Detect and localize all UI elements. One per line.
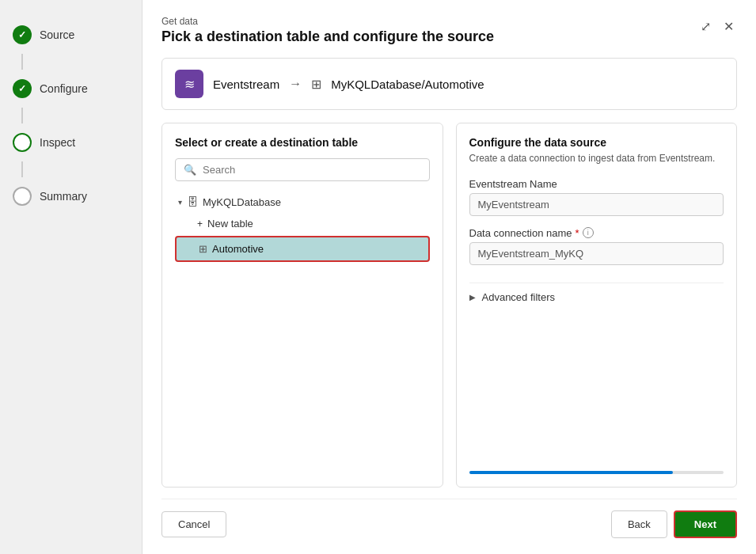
plus-icon: + bbox=[197, 218, 203, 230]
expand-button[interactable]: ⤢ bbox=[697, 16, 714, 37]
destination-name: MyKQLDatabase/Automotive bbox=[331, 78, 484, 91]
step-circle-inspect bbox=[13, 133, 32, 152]
eventstream-name-field: Eventstream Name bbox=[469, 178, 724, 216]
search-box: 🔍 bbox=[175, 158, 430, 181]
destination-table-icon: ⊞ bbox=[311, 77, 321, 92]
right-panel: Configure the data source Create a data … bbox=[456, 123, 738, 488]
dialog-title: Pick a destination table and configure t… bbox=[161, 28, 494, 45]
right-panel-description: Create a data connection to ingest data … bbox=[469, 152, 724, 165]
sidebar-label-inspect: Inspect bbox=[40, 136, 75, 149]
sidebar-label-configure: Configure bbox=[40, 82, 88, 95]
data-connection-name-input[interactable] bbox=[469, 242, 724, 265]
left-panel: Select or create a destination table 🔍 ▾… bbox=[161, 123, 443, 488]
step-circle-source: ✓ bbox=[13, 25, 32, 44]
cancel-button[interactable]: Cancel bbox=[161, 511, 226, 537]
data-connection-name-field: Data connection name * i bbox=[469, 227, 724, 265]
tree-section: ▾ 🗄 MyKQLDatabase + New table ⊞ Automoti… bbox=[175, 191, 430, 474]
new-table-row[interactable]: + New table bbox=[175, 213, 430, 234]
close-button[interactable]: ✕ bbox=[720, 16, 737, 37]
required-indicator: * bbox=[576, 227, 579, 239]
footer-right: Back Next bbox=[611, 510, 737, 538]
panels: Select or create a destination table 🔍 ▾… bbox=[161, 123, 737, 488]
automotive-table-row[interactable]: ⊞ Automotive bbox=[175, 236, 430, 262]
step-circle-configure: ✓ bbox=[13, 79, 32, 98]
back-button[interactable]: Back bbox=[611, 510, 667, 538]
footer: Cancel Back Next bbox=[161, 499, 737, 538]
sidebar-label-source: Source bbox=[40, 28, 74, 41]
data-connection-name-label: Data connection name * i bbox=[469, 227, 724, 239]
advanced-filters-row[interactable]: ▶ Advanced filters bbox=[469, 283, 724, 311]
sidebar: ✓ Source ✓ Configure Inspect Summary bbox=[0, 0, 142, 554]
sidebar-item-configure[interactable]: ✓ Configure bbox=[0, 70, 142, 108]
next-button[interactable]: Next bbox=[674, 510, 737, 538]
step-connector-3 bbox=[21, 161, 23, 177]
main-content: Get data Pick a destination table and co… bbox=[142, 0, 756, 554]
table-grid-icon: ⊞ bbox=[199, 243, 207, 255]
step-circle-summary bbox=[13, 187, 32, 206]
sidebar-item-summary[interactable]: Summary bbox=[0, 177, 142, 215]
eventstream-icon: ≋ bbox=[175, 70, 203, 98]
eventstream-name-label: Eventstream Name bbox=[469, 178, 724, 190]
database-name: MyKQLDatabase bbox=[203, 196, 281, 208]
arrow-icon: → bbox=[289, 77, 302, 91]
sidebar-item-inspect[interactable]: Inspect bbox=[0, 123, 142, 161]
step-connector-1 bbox=[21, 54, 23, 70]
database-row[interactable]: ▾ 🗄 MyKQLDatabase bbox=[175, 191, 430, 213]
eventstream-name-input[interactable] bbox=[469, 193, 724, 216]
chevron-right-icon: ▶ bbox=[469, 293, 476, 302]
table-name: Automotive bbox=[212, 243, 264, 255]
new-table-label: New table bbox=[207, 218, 253, 230]
dialog-title-section: Get data Pick a destination table and co… bbox=[161, 16, 494, 45]
scrollbar-thumb[interactable] bbox=[469, 471, 673, 474]
sidebar-item-source[interactable]: ✓ Source bbox=[0, 16, 142, 54]
advanced-filters-label: Advanced filters bbox=[482, 291, 556, 303]
sidebar-label-summary: Summary bbox=[40, 190, 87, 203]
source-bar: ≋ Eventstream → ⊞ MyKQLDatabase/Automoti… bbox=[161, 58, 737, 110]
step-connector-2 bbox=[21, 108, 23, 123]
search-input[interactable] bbox=[203, 164, 421, 176]
database-icon: 🗄 bbox=[187, 195, 198, 208]
scrollbar-container bbox=[469, 458, 724, 474]
source-name: Eventstream bbox=[213, 78, 279, 91]
info-icon[interactable]: i bbox=[583, 227, 594, 238]
chevron-down-icon: ▾ bbox=[178, 198, 182, 207]
right-panel-title: Configure the data source bbox=[469, 136, 724, 149]
scrollbar-track bbox=[469, 471, 724, 474]
dialog-label: Get data bbox=[161, 16, 494, 27]
dialog-header: Get data Pick a destination table and co… bbox=[161, 16, 737, 45]
dialog-actions: ⤢ ✕ bbox=[697, 16, 737, 37]
left-panel-title: Select or create a destination table bbox=[175, 136, 430, 149]
search-icon: 🔍 bbox=[184, 164, 196, 176]
